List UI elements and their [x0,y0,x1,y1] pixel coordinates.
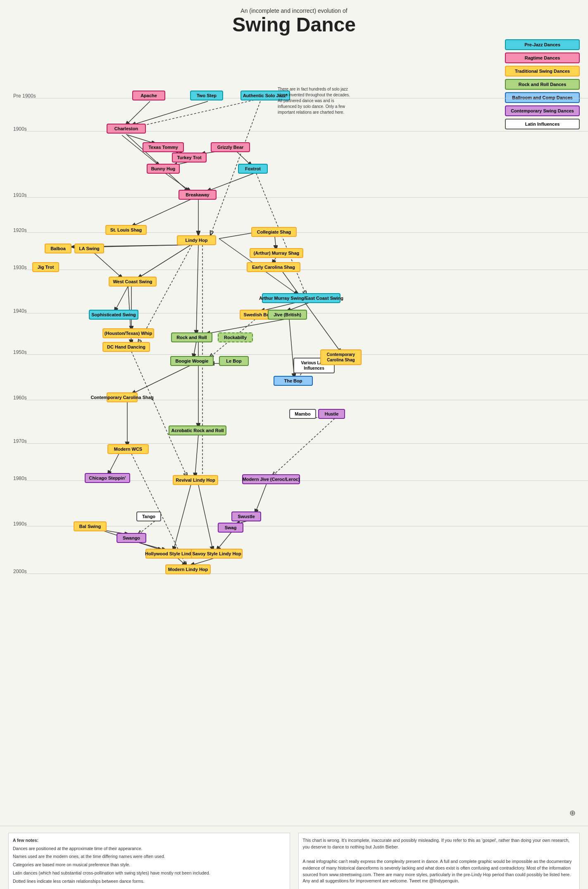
node-the-bop: Contemporary Carolina Shag [107,392,138,402]
node-hustle: Hustle [318,409,345,419]
node-breakaway: Breakaway [179,190,217,200]
page-title-main: Swing Dance [0,14,588,36]
creative-commons-icon: ⊕ [569,808,576,817]
node-ballroom-jive: The Bop [274,376,313,386]
node-sophisticated-swing: Sophisticated Swing [89,310,138,320]
node-grizzly-bear: Grizzly Bear [211,142,250,152]
svg-line-35 [174,485,191,550]
node-modern-jive: Modern Jive (Ceroc/Leroc) [242,474,300,484]
timeline-line-1950s [25,354,588,355]
svg-line-45 [255,484,267,513]
svg-line-15 [275,237,276,249]
svg-line-17 [138,245,191,278]
notes-right: This chart is wrong. It's incomplete, in… [298,833,580,889]
timeline-line-1930s [25,270,588,270]
node-jig-trot: Jig Trot [32,262,59,272]
timeline-line-1970s [25,443,588,444]
svg-line-27 [193,342,196,357]
svg-line-25 [207,319,285,334]
svg-line-34 [108,454,119,474]
node-collegiate-shag: Collegiate Shag [251,227,297,237]
svg-line-50 [136,100,254,127]
svg-line-55 [131,351,187,476]
node-two-step: Two Step [190,91,223,100]
svg-line-36 [198,485,213,550]
node-texas-tommy: Texas Tommy [143,142,184,152]
annotation-text: There are in fact hundreds of solo jazz … [278,86,354,115]
node-balboa: Balboa [45,244,71,253]
notes-left: A few notes: Dances are positioned at th… [8,833,290,889]
node-rock-and-roll: Rock and Roll [171,332,212,342]
timeline-line-1910s [25,197,588,198]
node-le-bop: Le Bop [219,356,249,366]
node-lindy-hop: Lindy Hop [177,235,216,245]
notes-left-title: A few notes: [13,838,38,843]
node-boogie-woogie: Boogie Woogie [170,356,214,366]
node-modern-wcs: Modern WCS [107,444,149,454]
svg-line-8 [165,173,190,191]
notes-left-line-3: Latin dances (which had substantial cros… [13,870,286,877]
node-bunny-hug: Bunny Hug [147,164,180,174]
notes-left-line-1: Names used are the modern ones, at the t… [13,853,286,860]
timeline-line-2000s [25,574,588,574]
node-arthur-murray-shag: (Arthur) Murray Shag [250,248,303,258]
node-mambo: Mambo [289,409,316,419]
notes-left-line-0: Dances are positioned at the approximate… [13,846,286,852]
node-chicago-steppin: Chicago Steppin' [85,473,130,483]
node-charleston: Charleston [107,124,146,134]
notes-left-line-2: Categories are based more on musical pre… [13,862,286,868]
node-rockabilly: Rockabilly [218,332,253,342]
node-houston-whip: (Houston/Texas) Whip [102,328,154,338]
page-title-sub: An (incomplete and incorrect) evolution … [0,0,588,14]
svg-line-0 [126,101,150,125]
notes-left-line-4: Dotted lines indicate less certain relat… [13,878,286,885]
node-early-carolina-shag: Early Carolina Shag [247,262,300,272]
node-contemporary-carolina-shag: ContemporaryCarolina Shag [320,349,362,365]
node-la-swing: LA Swing [74,244,104,253]
svg-line-44 [273,418,335,476]
timeline-line-1990s [25,526,588,526]
node-revival-lindy-hop: Revival Lindy Hop [173,475,218,485]
notes-right-line-1: A neat infographic can't really express … [303,858,576,884]
svg-line-18 [115,286,128,311]
node-swango: Swango [117,533,146,543]
notes-right-line-0: This chart is wrong. It's incomplete, in… [303,837,576,851]
notes-area: A few notes: Dances are positioned at th… [0,826,588,889]
node-modern-lindy-hop: Modern Lindy Hop [165,564,211,574]
node-bal-swing: Bal Swing [74,521,107,531]
node-apache: Apache [132,91,165,100]
node-dc-hand-dancing: DC Hand Dancing [102,342,150,352]
svg-line-11 [132,199,191,226]
node-foxtrot: Foxtrot [238,164,268,174]
node-swag: Swag [218,523,243,533]
svg-line-30 [132,366,190,394]
svg-line-7 [207,173,254,191]
svg-line-41 [138,521,155,534]
chart-area: Pre 1900s 1900s 1910s 1920s 1930s 1940s … [0,40,588,826]
node-west-coast-swing: West Coast Swing [109,277,157,287]
node-tango: Tango [136,511,161,521]
svg-line-14 [100,245,191,247]
svg-line-46 [217,532,231,550]
node-turkey-trot: Turkey Trot [172,153,207,163]
node-acrobatic-rock-roll: Acrobatic Rock and Roll [169,425,226,435]
connections-svg [0,40,588,826]
svg-line-54 [196,245,198,334]
svg-line-1 [132,101,208,125]
node-swustle: Swustle [231,511,261,521]
svg-line-52 [94,253,122,278]
node-jive-british: Jive (British) [268,310,307,320]
node-arthur-murray-ecs: Arthur Murray Swing/East Coast Swing [262,293,340,303]
svg-line-33 [195,435,198,476]
node-st-louis-shag: St. Louis Shag [105,225,147,235]
node-savoy-lindy: Savoy Style Lindy Hop [191,549,243,559]
